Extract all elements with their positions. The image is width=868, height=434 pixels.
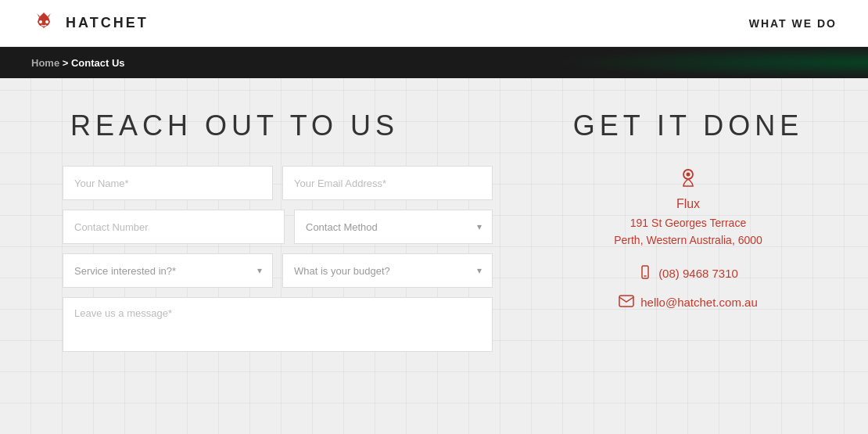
- email-address: hello@hatchet.com.au: [640, 296, 757, 309]
- get-it-done-title: GET IT DONE: [573, 109, 804, 142]
- address-line2: Perth, Western Australia, 6000: [614, 231, 762, 249]
- budget-wrapper: What is your budget? ▾: [282, 253, 493, 288]
- svg-point-1: [45, 20, 48, 23]
- company-name: Flux: [614, 197, 762, 211]
- hatchet-logo-icon: [31, 11, 56, 36]
- email-input[interactable]: [282, 166, 493, 200]
- building-icon: [614, 166, 762, 192]
- contact-address-card: Flux 191 St Georges Terrace Perth, Weste…: [614, 166, 762, 249]
- svg-point-3: [687, 173, 690, 177]
- phone-number: (08) 9468 7310: [658, 267, 738, 280]
- address-line1: 191 St Georges Terrace: [614, 214, 762, 231]
- svg-point-0: [39, 20, 42, 23]
- reach-out-title: REACH OUT TO US: [63, 109, 493, 142]
- contact-phone-row: (08) 9468 7310: [638, 265, 738, 282]
- breadcrumb-home[interactable]: Home: [31, 57, 59, 69]
- get-it-done-section: GET IT DONE Flux 191 St Georges Terrace …: [540, 109, 837, 403]
- form-row-2: Contact Method Phone Email ▾: [63, 210, 493, 244]
- contact-method-wrapper: Contact Method Phone Email ▾: [294, 210, 493, 244]
- name-input[interactable]: [63, 166, 273, 200]
- main-content: REACH OUT TO US Contact Method Phone Ema…: [0, 78, 868, 434]
- service-select[interactable]: Service interested in?*: [63, 253, 273, 288]
- breadcrumb-current: Contact Us: [71, 57, 125, 69]
- reach-out-section: REACH OUT TO US Contact Method Phone Ema…: [63, 109, 493, 403]
- breadcrumb-separator: >: [63, 57, 71, 69]
- form-row-4: [63, 297, 493, 352]
- form-row-1: [63, 166, 493, 200]
- contact-number-input[interactable]: [63, 210, 285, 244]
- svg-rect-6: [619, 296, 633, 307]
- contact-method-select[interactable]: Contact Method Phone Email: [294, 210, 493, 244]
- nav-what-we-do[interactable]: WHAT WE DO: [749, 17, 837, 30]
- message-textarea[interactable]: [63, 297, 493, 352]
- logo-text: HATCHET: [66, 15, 149, 31]
- breadcrumb-bar: Home > Contact Us: [0, 47, 868, 78]
- form-row-3: Service interested in?* ▾ What is your b…: [63, 253, 493, 288]
- header: HATCHET WHAT WE DO: [0, 0, 868, 47]
- contact-email-row: hello@hatchet.com.au: [619, 295, 757, 310]
- email-icon: [619, 295, 634, 310]
- phone-icon: [638, 265, 652, 282]
- service-wrapper: Service interested in?* ▾: [63, 253, 273, 288]
- logo-area: HATCHET: [31, 11, 149, 36]
- breadcrumb: Home > Contact Us: [31, 57, 125, 69]
- budget-select[interactable]: What is your budget?: [282, 253, 493, 288]
